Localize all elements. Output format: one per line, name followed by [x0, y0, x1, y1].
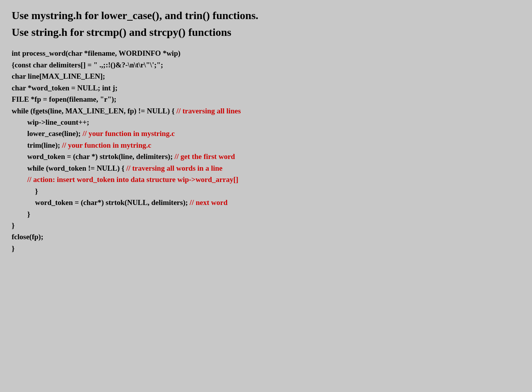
code-block: int process_word(char *filename, WORDINF… — [12, 48, 520, 254]
code-line: lower_case(line); // your function in my… — [12, 128, 520, 139]
header-line2: Use string.h for strcmp() and strcpy() f… — [12, 25, 520, 40]
code-line: word_token = (char *) strtok(line, delim… — [12, 151, 520, 162]
code-line: // action: insert word_token into data s… — [12, 174, 520, 185]
code-line: char *word_token = NULL; int j; — [12, 82, 520, 94]
code-line: {const char delimiters[] = " .,;:!()&?-\… — [12, 59, 520, 71]
code-line: while (word_token != NULL) { // traversi… — [12, 162, 520, 174]
code-line: wip->line_count++; — [12, 117, 520, 128]
code-line: trim(line); // your function in mytring.… — [12, 139, 520, 151]
code-line: while (fgets(line, MAX_LINE_LEN, fp) != … — [12, 105, 520, 117]
header-line1: Use mystring.h for lower_case(), and tri… — [12, 8, 520, 23]
code-line: } — [12, 208, 520, 220]
header-section: Use mystring.h for lower_case(), and tri… — [12, 8, 520, 40]
code-line: int process_word(char *filename, WORDINF… — [12, 48, 520, 59]
code-line: FILE *fp = fopen(filename, "r"); — [12, 94, 520, 105]
code-line: } — [12, 185, 520, 197]
code-line: } — [12, 220, 520, 231]
code-line: } — [12, 243, 520, 254]
code-line: char line[MAX_LINE_LEN]; — [12, 71, 520, 82]
code-line: word_token = (char*) strtok(NULL, delimi… — [12, 197, 520, 208]
code-line: fclose(fp); — [12, 231, 520, 242]
